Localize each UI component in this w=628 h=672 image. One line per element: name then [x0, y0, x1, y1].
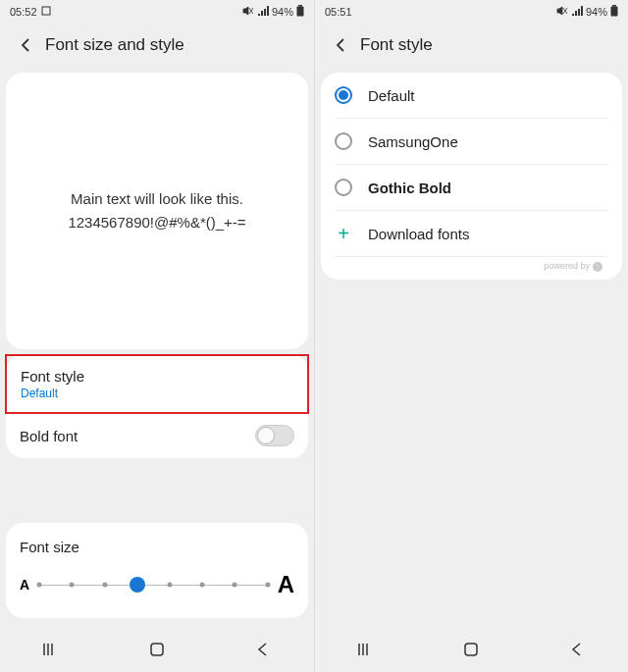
home-button[interactable]: [128, 635, 186, 664]
battery-icon: [296, 5, 304, 19]
navigation-bar: [0, 627, 314, 672]
battery-text: 94%: [272, 6, 293, 18]
font-settings-card: Font style Default Bold font: [6, 354, 308, 458]
slider-step: [200, 583, 205, 588]
slider-step: [70, 583, 75, 588]
powered-by-footer: powered by: [335, 257, 608, 280]
radio-button[interactable]: [335, 179, 352, 196]
battery-icon: [610, 5, 618, 19]
back-icon: [255, 642, 269, 657]
chevron-left-icon: [331, 35, 350, 55]
svg-rect-0: [42, 7, 50, 15]
bold-font-row[interactable]: Bold font: [6, 413, 308, 458]
font-preview-card: Main text will look like this. 123456789…: [6, 73, 308, 349]
font-style-title: Font style: [21, 368, 84, 385]
screen-font-size-and-style: 05:52 94% Font size and style Main te: [0, 0, 314, 672]
svg-rect-4: [612, 5, 616, 7]
recents-icon: [358, 643, 376, 656]
font-size-slider-row: A A: [20, 571, 294, 598]
svg-rect-6: [465, 644, 477, 655]
navigation-bar: [315, 627, 628, 672]
screen-font-style: 05:51 94% Font style Default: [314, 0, 628, 672]
slider-step: [102, 583, 107, 588]
app-header: Font size and style: [0, 24, 314, 67]
preview-text-line1: Main text will look like this.: [71, 187, 243, 211]
size-indicator-large: A: [278, 571, 294, 598]
font-label: Gothic Bold: [368, 180, 451, 196]
font-size-title: Font size: [20, 539, 294, 555]
svg-rect-5: [611, 7, 618, 17]
slider-step: [233, 583, 237, 588]
page-title: Font style: [360, 35, 433, 55]
slider-thumb[interactable]: [130, 577, 145, 593]
home-icon: [463, 642, 479, 657]
radio-button[interactable]: [335, 132, 352, 150]
slider-step: [167, 583, 172, 588]
font-size-card: Font size A A: [6, 523, 308, 618]
back-icon: [569, 642, 583, 657]
status-bar: 05:51 94%: [315, 0, 628, 24]
slider-step: [37, 583, 42, 588]
recents-icon: [43, 643, 61, 656]
home-icon: [149, 642, 165, 657]
status-time: 05:51: [325, 6, 352, 18]
status-time: 05:52: [10, 6, 37, 18]
home-button[interactable]: [442, 635, 500, 664]
chevron-left-icon: [16, 35, 35, 55]
powered-logo-icon: [593, 262, 602, 272]
back-button[interactable]: [8, 27, 43, 63]
font-style-row[interactable]: Font style Default: [5, 354, 309, 414]
download-fonts-label: Download fonts: [368, 226, 469, 242]
font-label: SamsungOne: [368, 133, 458, 150]
preview-text-line2: 1234567890!@#%&*()_+-=: [68, 211, 245, 234]
font-option-default[interactable]: Default: [335, 73, 608, 119]
download-fonts-row[interactable]: + Download fonts: [335, 211, 608, 257]
svg-rect-3: [151, 644, 163, 655]
plus-icon: +: [335, 225, 352, 242]
svg-rect-2: [297, 7, 304, 17]
volume-mute-icon: [242, 6, 254, 18]
nav-back-button[interactable]: [233, 635, 291, 664]
svg-rect-1: [298, 5, 302, 7]
font-option-samsungone[interactable]: SamsungOne: [335, 119, 608, 165]
recents-button[interactable]: [23, 635, 81, 664]
slider-step: [265, 583, 270, 588]
radio-button[interactable]: [335, 86, 352, 104]
font-style-value: Default: [21, 387, 84, 400]
page-title: Font size and style: [45, 35, 184, 55]
signal-icon: [571, 6, 583, 18]
status-bar: 05:52 94%: [0, 0, 314, 24]
notification-icon: [41, 6, 51, 18]
font-option-gothic-bold[interactable]: Gothic Bold: [335, 165, 608, 211]
size-indicator-small: A: [20, 577, 29, 593]
app-header: Font style: [315, 24, 628, 67]
bold-font-toggle[interactable]: [255, 425, 294, 446]
nav-back-button[interactable]: [547, 635, 605, 664]
battery-text: 94%: [586, 6, 607, 18]
volume-mute-icon: [556, 6, 568, 18]
signal-icon: [257, 6, 269, 18]
back-button[interactable]: [323, 27, 358, 63]
recents-button[interactable]: [338, 635, 396, 664]
font-size-slider[interactable]: [39, 575, 268, 594]
font-list-card: Default SamsungOne Gothic Bold + Downloa…: [321, 73, 622, 280]
font-label: Default: [368, 87, 415, 104]
bold-font-title: Bold font: [20, 428, 78, 444]
toggle-knob: [257, 427, 275, 444]
